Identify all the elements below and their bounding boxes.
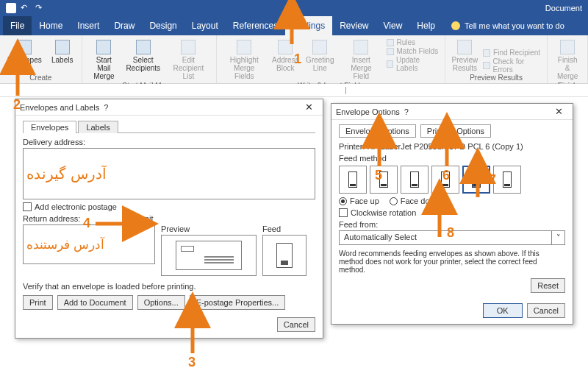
feed-method-1[interactable] [339, 166, 367, 194]
highlight-icon [237, 40, 251, 54]
start-mail-merge-button[interactable]: Start Mail Merge [87, 38, 121, 82]
tab-printing-options[interactable]: Printing Options [420, 124, 491, 138]
tab-labels[interactable]: Labels [78, 121, 118, 133]
dialog2-cancel-button[interactable]: Cancel [527, 303, 565, 318]
tab-view[interactable]: View [376, 16, 410, 35]
horizontal-ruler[interactable] [0, 84, 588, 97]
find-icon [483, 49, 490, 57]
update-icon [387, 60, 393, 68]
envelope-options-dialog: Envelope Options ? ✕ Envelope Options Pr… [331, 103, 573, 325]
tab-mailings[interactable]: Mailings [285, 16, 332, 35]
ok-button[interactable]: OK [483, 303, 523, 318]
delivery-address-label: Delivery address: [23, 138, 315, 146]
tab-review[interactable]: Review [332, 16, 376, 35]
feed-method-5[interactable] [462, 166, 490, 194]
envelopes-button[interactable]: Envelopes [4, 38, 45, 74]
chevron-down-icon: ˅ [551, 231, 564, 244]
mail-merge-icon [96, 40, 111, 54]
preview-results-button: Preview Results [450, 38, 480, 74]
feed-note: Word recommends feeding envelopes as sho… [339, 250, 565, 274]
feed-method-label: Feed method [339, 154, 565, 163]
insert-merge-field-button: Insert Merge Field [339, 38, 383, 82]
address-block-icon [278, 40, 293, 54]
undo-icon[interactable]: ↶ [21, 3, 31, 13]
envelope-preview[interactable] [161, 235, 257, 276]
envelope-icon [17, 40, 32, 54]
group-preview-results: Preview Results [450, 74, 543, 82]
electronic-postage-checkbox[interactable] [23, 202, 32, 211]
clockwise-checkbox[interactable] [339, 208, 348, 217]
greeting-icon [312, 40, 327, 54]
feed-method-2[interactable] [370, 166, 398, 194]
face-up-radio[interactable] [339, 197, 347, 205]
tab-draw[interactable]: Draw [107, 16, 142, 35]
print-button[interactable]: Print [23, 295, 53, 310]
omit-label: Omit [136, 214, 153, 223]
title-bar: ↶ ↷ Document [0, 0, 588, 16]
tab-home[interactable]: Home [32, 16, 70, 35]
feed-from-value: Automatically Select [340, 231, 551, 244]
face-down-label: Face down [401, 197, 440, 205]
tell-me-label: Tell me what you want to do [465, 21, 564, 30]
return-address-label: Return address: [23, 214, 80, 223]
dialog2-title: Envelope Options [336, 107, 400, 116]
epostage-properties-button[interactable]: E-postage Properties... [190, 295, 286, 310]
labels-button[interactable]: Labels [48, 38, 77, 74]
dialog1-close-button[interactable]: ✕ [299, 102, 318, 113]
match-icon [387, 48, 394, 55]
return-address-input[interactable]: آدرس فرستنده [23, 224, 155, 264]
tab-insert[interactable]: Insert [70, 16, 107, 35]
match-fields-button: Match Fields [387, 47, 440, 55]
ribbon: Envelopes Labels Create Start Mail Merge… [0, 35, 588, 84]
verify-text: Verify that an envelope is loaded before… [23, 282, 315, 291]
feed-from-combo[interactable]: Automatically Select ˅ [339, 230, 565, 245]
feed-method-6[interactable] [493, 166, 521, 194]
reset-button[interactable]: Reset [531, 278, 565, 293]
tab-design[interactable]: Design [142, 16, 184, 35]
face-up-label: Face up [350, 197, 379, 205]
feed-from-label: Feed from: [339, 220, 565, 229]
highlight-merge-fields-button: Highlight Merge Fields [221, 38, 267, 82]
clockwise-label: Clockwise rotation [351, 208, 416, 217]
tab-help[interactable]: Help [409, 16, 442, 35]
label-icon [55, 40, 70, 54]
envelopes-labels-dialog: Envelopes and Labels ? ✕ Envelopes Label… [15, 99, 323, 339]
rules-button: Rules [387, 38, 440, 46]
tab-envelope-options[interactable]: Envelope Options [339, 124, 416, 138]
dialog1-cancel-button[interactable]: Cancel [277, 317, 315, 332]
edit-list-icon [181, 40, 196, 54]
svg-text:3: 3 [188, 355, 196, 368]
feed-preview[interactable] [262, 235, 306, 276]
dialog2-help-button[interactable]: ? [400, 107, 413, 116]
feed-method-3[interactable] [401, 166, 429, 194]
finish-merge-button: Finish & Merge [552, 38, 583, 82]
omit-checkbox[interactable] [124, 214, 133, 223]
greeting-line-button: Greeting Line [304, 38, 336, 82]
printer-label: Printer: [339, 142, 365, 151]
face-down-radio[interactable] [390, 197, 398, 205]
bulb-icon [451, 21, 460, 30]
tab-file[interactable]: File [3, 16, 32, 35]
add-to-document-button[interactable]: Add to Document [57, 295, 133, 310]
rules-icon [387, 39, 394, 46]
options-button[interactable]: Options... [137, 295, 185, 310]
printer-name: HP LaserJet P2055dn UPD PCL 6 (Copy 1) [368, 142, 523, 151]
dialog2-close-button[interactable]: ✕ [549, 106, 568, 117]
tell-me-search[interactable]: Tell me what you want to do [451, 21, 564, 30]
dialog1-help-button[interactable]: ? [99, 103, 112, 112]
save-icon[interactable] [6, 3, 16, 13]
dialog1-title: Envelopes and Labels [20, 103, 99, 112]
feed-method-4[interactable] [431, 166, 459, 194]
tab-references[interactable]: References [226, 16, 285, 35]
redo-icon[interactable]: ↷ [35, 3, 46, 13]
insert-field-icon [354, 40, 368, 54]
electronic-postage-label: Add electronic postage [35, 202, 117, 211]
select-recipients-button[interactable]: Select Recipients [124, 38, 162, 82]
preview-label: Preview [161, 224, 257, 233]
tab-envelopes[interactable]: Envelopes [23, 121, 76, 133]
ribbon-tabs: File Home Insert Draw Design Layout Refe… [0, 16, 588, 35]
tab-layout[interactable]: Layout [184, 16, 226, 35]
errors-icon [483, 62, 490, 69]
address-block-button: Address Block [270, 38, 301, 82]
delivery-address-input[interactable]: آدرس گیرنده [23, 148, 315, 199]
